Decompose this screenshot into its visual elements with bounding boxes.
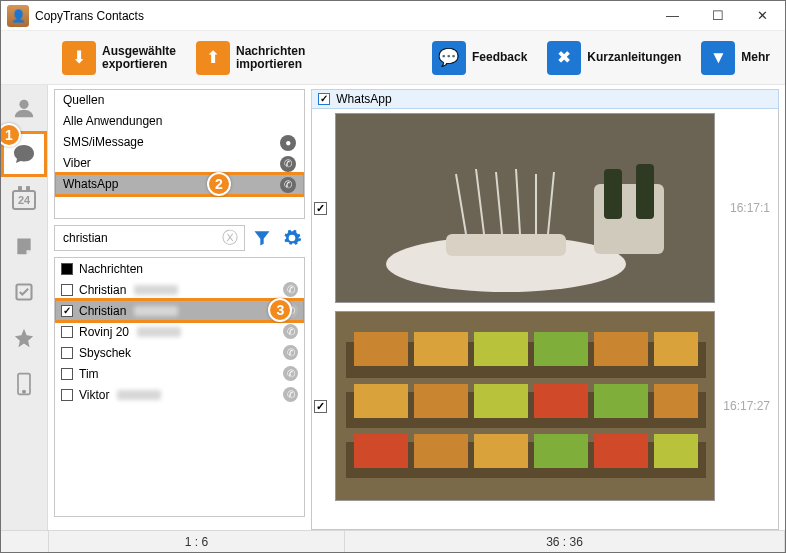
chats-panel: Nachrichten Christian ✆ 3 Christian ✆ Ro… xyxy=(54,257,305,517)
minimize-button[interactable]: — xyxy=(650,1,695,31)
gear-icon xyxy=(282,228,302,248)
whatsapp-icon: ✆ xyxy=(283,324,298,339)
chat-item[interactable]: Viktor ✆ xyxy=(55,384,304,405)
chat-label: Christian xyxy=(79,304,126,318)
chat-item[interactable]: Sbyschek ✆ xyxy=(55,342,304,363)
chat-checkbox[interactable] xyxy=(61,389,73,401)
feedback-label: Feedback xyxy=(472,51,527,64)
svg-rect-9 xyxy=(636,164,654,219)
source-label: Quellen xyxy=(63,90,104,111)
search-row: ⓧ xyxy=(54,225,305,251)
nav-calendar[interactable]: 24 xyxy=(1,177,47,223)
chat-item-selected[interactable]: 3 Christian ✆ xyxy=(55,300,304,321)
source-whatsapp[interactable]: 2 WhatsApp✆ xyxy=(55,174,304,195)
more-button[interactable]: ▼ Mehr xyxy=(694,36,777,80)
settings-button[interactable] xyxy=(279,225,305,251)
search-input[interactable] xyxy=(61,230,216,246)
whatsapp-icon: ✆ xyxy=(280,177,296,193)
export-button[interactable]: ⬇ Ausgewählte exportieren xyxy=(55,36,183,80)
source-sms[interactable]: SMS/iMessage● xyxy=(55,132,304,153)
chat-checkbox[interactable] xyxy=(61,368,73,380)
svg-rect-6 xyxy=(446,234,566,256)
svg-rect-26 xyxy=(354,434,408,468)
feedback-button[interactable]: 💬 Feedback xyxy=(425,36,534,80)
message-image[interactable] xyxy=(335,311,715,501)
guides-icon: ✖ xyxy=(547,41,581,75)
nav-favorites[interactable] xyxy=(1,315,47,361)
svg-rect-24 xyxy=(594,384,648,418)
chat-item[interactable]: Christian ✆ xyxy=(55,279,304,300)
feedback-icon: 💬 xyxy=(432,41,466,75)
message-time: 16:17:1 xyxy=(730,201,770,215)
contacts-icon xyxy=(13,97,35,119)
star-icon xyxy=(13,327,35,349)
right-column: WhatsApp 16:17:1 xyxy=(309,85,785,530)
source-label: Alle Anwendungen xyxy=(63,111,162,132)
main-toolbar: ⬇ Ausgewählte exportieren ⬆ Nachrichten … xyxy=(1,31,785,85)
message-image[interactable] xyxy=(335,113,715,303)
whatsapp-icon: ✆ xyxy=(283,345,298,360)
svg-rect-23 xyxy=(534,384,588,418)
chat-bubble-icon: ● xyxy=(280,135,296,151)
chat-item[interactable]: Tim ✆ xyxy=(55,363,304,384)
svg-rect-18 xyxy=(594,332,648,366)
source-label: SMS/iMessage xyxy=(63,132,144,153)
status-left: 1 : 6 xyxy=(49,531,345,552)
svg-rect-16 xyxy=(474,332,528,366)
funnel-icon xyxy=(252,228,272,248)
whatsapp-icon: ✆ xyxy=(283,387,298,402)
message-checkbox[interactable] xyxy=(314,400,327,413)
source-quellen[interactable]: Quellen xyxy=(55,90,304,111)
status-bar: 1 : 6 36 : 36 xyxy=(1,530,785,552)
export-icon: ⬇ xyxy=(62,41,96,75)
svg-rect-29 xyxy=(534,434,588,468)
maximize-button[interactable]: ☐ xyxy=(695,1,740,31)
svg-rect-27 xyxy=(414,434,468,468)
svg-rect-21 xyxy=(414,384,468,418)
search-box: ⓧ xyxy=(54,225,245,251)
chats-header[interactable]: Nachrichten xyxy=(55,258,304,279)
message-row: 16:17:27 xyxy=(314,311,770,501)
step-badge-3: 3 xyxy=(268,298,292,322)
redacted xyxy=(134,285,178,295)
window-title: CopyTrans Contacts xyxy=(35,9,144,23)
chat-checkbox[interactable] xyxy=(61,326,73,338)
chat-label: Christian xyxy=(79,283,126,297)
clear-search-icon[interactable]: ⓧ xyxy=(222,228,238,249)
close-button[interactable]: ✕ xyxy=(740,1,785,31)
guides-button[interactable]: ✖ Kurzanleitungen xyxy=(540,36,688,80)
message-checkbox[interactable] xyxy=(314,202,327,215)
more-icon: ▼ xyxy=(701,41,735,75)
import-label: Nachrichten importieren xyxy=(236,45,305,71)
import-button[interactable]: ⬆ Nachrichten importieren xyxy=(189,36,312,80)
chat-checkbox[interactable] xyxy=(61,347,73,359)
select-all-checkbox[interactable] xyxy=(61,263,73,275)
left-column: Quellen Alle Anwendungen SMS/iMessage● V… xyxy=(48,85,309,530)
chat-checkbox[interactable] xyxy=(61,305,73,317)
whatsapp-icon: ✆ xyxy=(283,282,298,297)
nav-sidebar: 1 24 xyxy=(1,85,48,530)
nav-device[interactable] xyxy=(1,361,47,407)
svg-point-0 xyxy=(19,100,28,109)
nav-messages[interactable]: 1 xyxy=(1,131,47,177)
conversation-checkbox[interactable] xyxy=(318,93,330,105)
import-icon: ⬆ xyxy=(196,41,230,75)
source-all-apps[interactable]: Alle Anwendungen xyxy=(55,111,304,132)
svg-rect-8 xyxy=(604,169,622,219)
redacted xyxy=(137,327,181,337)
conversation-header: WhatsApp xyxy=(311,89,779,109)
nav-notes[interactable] xyxy=(1,223,47,269)
svg-rect-20 xyxy=(354,384,408,418)
source-viber[interactable]: Viber✆ xyxy=(55,153,304,174)
nav-tasks[interactable] xyxy=(1,269,47,315)
message-row: 16:17:1 xyxy=(314,113,770,303)
chat-label: Sbyschek xyxy=(79,346,131,360)
messages-pane[interactable]: 16:17:1 xyxy=(311,109,779,530)
notes-icon xyxy=(14,236,34,256)
chat-label: Tim xyxy=(79,367,99,381)
chat-item[interactable]: Rovinj 20 ✆ xyxy=(55,321,304,342)
step-badge-2: 2 xyxy=(207,172,231,196)
chat-checkbox[interactable] xyxy=(61,284,73,296)
export-label: Ausgewählte exportieren xyxy=(102,45,176,71)
filter-button[interactable] xyxy=(249,225,275,251)
